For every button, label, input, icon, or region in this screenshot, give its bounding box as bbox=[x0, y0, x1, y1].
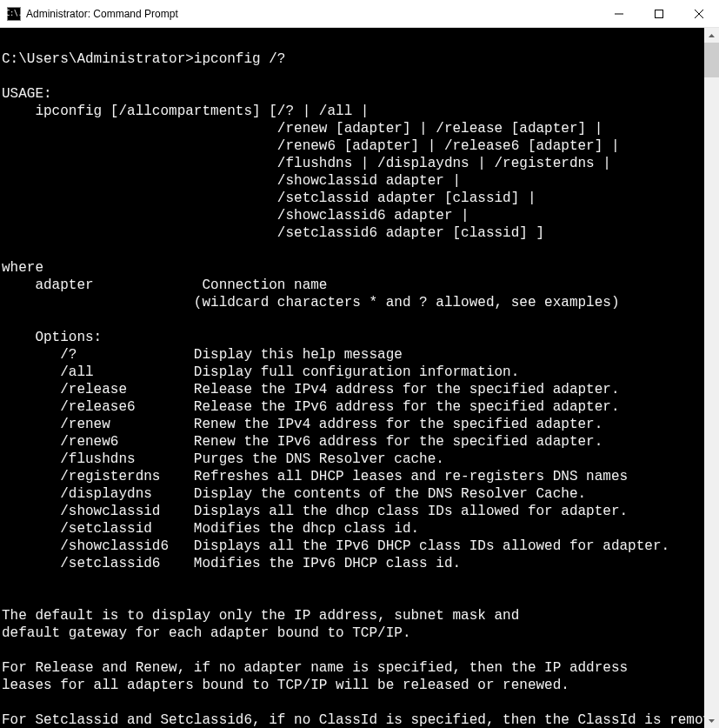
app-icon-glyph: C:\. bbox=[5, 10, 22, 17]
scroll-down-button[interactable] bbox=[704, 713, 719, 728]
scroll-up-button[interactable] bbox=[704, 28, 719, 43]
close-icon bbox=[695, 10, 703, 18]
window-controls bbox=[599, 0, 719, 27]
window-title: Administrator: Command Prompt bbox=[26, 8, 599, 20]
window-titlebar[interactable]: C:\. Administrator: Command Prompt bbox=[0, 0, 719, 28]
vertical-scrollbar[interactable] bbox=[704, 28, 719, 728]
client-area: C:\Users\Administrator>ipconfig /? USAGE… bbox=[0, 28, 719, 728]
svg-marker-4 bbox=[709, 34, 715, 37]
minimize-button[interactable] bbox=[599, 0, 639, 27]
terminal-output[interactable]: C:\Users\Administrator>ipconfig /? USAGE… bbox=[0, 28, 704, 728]
scrollbar-thumb[interactable] bbox=[704, 43, 719, 77]
chevron-down-icon bbox=[709, 719, 715, 723]
app-icon: C:\. bbox=[7, 7, 21, 21]
svg-rect-1 bbox=[656, 10, 663, 17]
maximize-icon bbox=[655, 10, 663, 18]
svg-marker-5 bbox=[709, 719, 715, 723]
chevron-up-icon bbox=[709, 34, 715, 37]
scrollbar-track[interactable] bbox=[704, 43, 719, 713]
maximize-button[interactable] bbox=[639, 0, 679, 27]
minimize-icon bbox=[615, 10, 623, 18]
close-button[interactable] bbox=[679, 0, 719, 27]
